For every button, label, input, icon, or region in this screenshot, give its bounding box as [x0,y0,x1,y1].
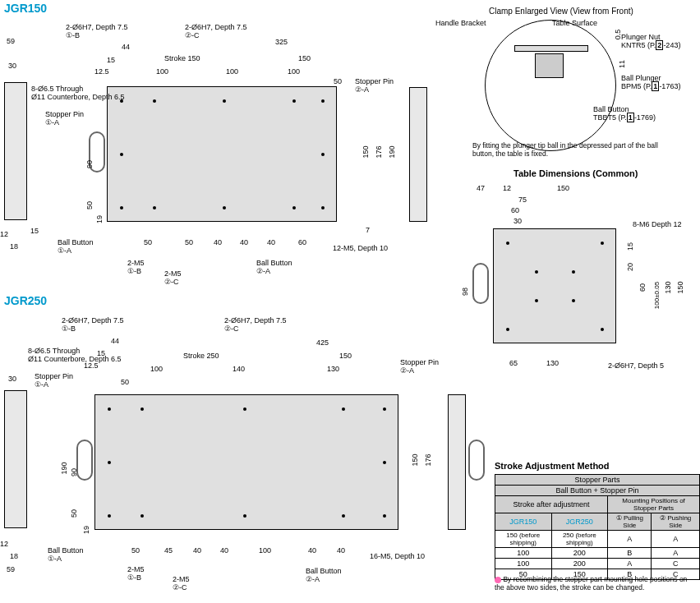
callout-ref: ①-A [45,118,59,127]
callout-text2: Ø11 Counterbore, Depth 6.5 [28,355,122,363]
th-bb: Ball Button + Stopper Pin [495,486,700,496]
hole [140,514,144,518]
callout-ref: ①-A [58,246,71,255]
d50_1: 50 [334,77,342,85]
jgr250-side-view-right [448,394,466,530]
d325: 325 [275,38,288,46]
d19_250: 19 [82,526,90,534]
hole [321,206,325,209]
note-text: By recombining the stopper part mounting… [495,575,687,591]
jgr150-main-plate [107,86,337,222]
d50_250_3: 50 [131,546,140,555]
cell: 100 [495,559,552,569]
cell: A [608,559,652,569]
table-surface-rect [514,45,588,52]
d150: 150 [298,54,311,62]
d60: 60 [298,238,306,246]
jgr250-m5-right: 16-M5, Depth 10 [370,552,425,560]
d40_250_1: 40 [193,546,201,555]
d12_5_2: 12.5 [84,361,99,370]
th-stopper: Stopper Parts [495,475,700,486]
d50_3: 50 [85,201,94,209]
d40_3: 40 [267,238,275,246]
jgr250-ball-button-right: Ball Button ②-A [306,567,342,583]
jgr250-m5-left: 2-M5 ①-B [127,565,145,582]
jgr250-dim-12: 12 [0,540,8,548]
td150: 150 [557,184,569,192]
td75: 75 [518,196,527,204]
callout-text: 2-Ø6H7, Depth 7.5 [66,23,128,31]
ball-plunger-label: Ball Plunger BPM5 (P.1-1763) [621,74,680,90]
d100_250_2: 100 [259,546,271,555]
d100_2: 100 [226,67,238,76]
hole [120,206,123,209]
th-push: ② Pushing Side [652,513,700,531]
hole [535,270,538,274]
callout-text: 2-Ø6H7, Depth 7.5 [185,23,247,31]
td30: 30 [513,217,522,225]
callout-text: Stopper Pin [355,77,394,85]
jgr150-dim-30: 30 [8,62,16,70]
td47: 47 [477,184,485,192]
hole [383,407,386,411]
th-jgr150: JGR150 [495,513,552,531]
jgr250-ball-button-left: Ball Button ①-A [48,546,84,563]
td65: 65 [509,359,518,367]
hole [321,99,325,103]
d100_250: 100 [150,365,163,373]
hole [108,461,111,464]
hole [153,206,156,209]
d176_250: 176 [424,453,432,466]
jgr250-dim-30: 30 [8,375,16,383]
th-jgr250: JGR250 [551,513,608,531]
jgr150-side-view-right [409,87,427,222]
cell: 250 (before shipping) [551,531,608,548]
td60_2: 60 [638,283,647,292]
label: Ball Button [593,105,629,113]
d100_2b: 100 [288,67,300,76]
bracket-rect [535,53,564,78]
ref: TBBT5 (P.1-1769) [593,113,656,122]
jgr150-dim-15-2: 15 [30,227,39,235]
callout-text: 2-M5 [164,269,182,278]
td20: 20 [626,263,634,271]
callout-text: 2-M5 [127,565,145,573]
hole [601,328,604,331]
d90_250: 90 [70,468,78,476]
handle-bracket-label: Handle Bracket [435,19,486,27]
d50_5: 50 [185,238,193,246]
callout-text: 8-Ø6.5 Through [28,347,80,355]
table-surface-label: Table Surface [552,19,597,27]
callout-ref: ①-B [127,573,141,582]
d11: 11 [618,60,626,68]
callout-ref: ②-A [400,366,414,375]
jgr150-label: JGR150 [4,2,47,15]
callout-text: Ball Button [256,259,292,267]
ref: BPM5 (P.1-1763) [621,81,680,91]
d19: 19 [95,215,104,223]
callout-text: Ball Button [48,546,84,555]
d40_250_3: 40 [308,546,316,555]
hole [120,153,123,156]
td12: 12 [503,184,511,192]
jgr250-handle-right [468,440,485,481]
plunger-nut-label: Plunger Nut KNTR5 (P.2-243) [621,33,680,49]
th-pull: ① Pulling Side [608,513,652,531]
td-hole-ref: 2-Ø6H7, Depth 5 [608,361,664,370]
callout-text: 2-Ø6H7, Depth 7.5 [62,316,124,325]
jgr250-m5-center: 2-M5 ②-C [173,575,190,591]
jgr150-hole-spec-1: 2-Ø6H7, Depth 7.5 ①-B [66,23,128,39]
jgr150-stopper-pin-left: Stopper Pin ①-A [45,110,84,127]
cell: B [608,548,652,559]
callout-ref: ②-C [173,583,187,591]
jgr150-dim-18: 18 [10,242,18,251]
callout-ref: ①-A [48,555,62,563]
callout-text: 2-M5 [173,575,190,583]
callout-text: Stopper Pin [45,110,84,118]
jgr250-handle-left [76,440,93,481]
jgr150-side-view-left [4,82,27,220]
callout-text: 8-Ø6.5 Through [31,85,83,93]
cell: A [652,548,700,559]
d425: 425 [316,338,329,347]
jgr150-m5-left: 2-M5 ①-B [127,259,145,275]
